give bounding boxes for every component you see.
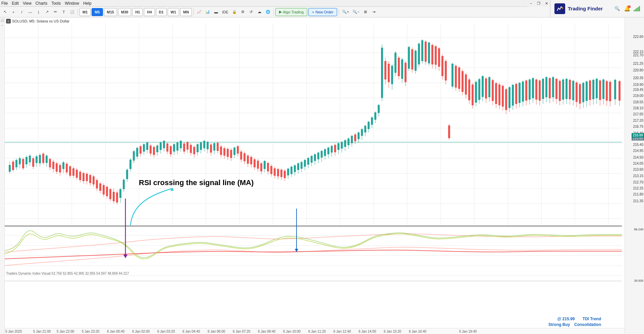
tf-m30[interactable]: M30	[118, 8, 131, 16]
svg-rect-229	[331, 146, 333, 153]
shapes-tool[interactable]: ⬜	[68, 8, 76, 16]
svg-rect-49	[29, 156, 31, 162]
menu-charts[interactable]: Charts	[36, 1, 47, 6]
menu-tools[interactable]: Tools	[51, 1, 61, 6]
svg-rect-283	[421, 40, 423, 61]
time-tick-10: 6 Jan 08:40	[258, 330, 275, 333]
svg-rect-205	[290, 167, 292, 174]
svg-rect-51	[32, 158, 34, 167]
globe-button[interactable]: 🌐	[264, 8, 272, 16]
horizontal-line-tool[interactable]: —	[26, 8, 34, 16]
svg-rect-225	[324, 149, 326, 156]
tf-mn[interactable]: MN	[180, 8, 192, 16]
price-tdi-top: 86.240	[634, 228, 643, 231]
svg-rect-375	[576, 82, 578, 102]
sep1	[77, 9, 78, 15]
zoom-in-button[interactable]: 🔍+	[341, 8, 350, 16]
refresh-button[interactable]: ↺	[248, 8, 255, 16]
svg-rect-227	[327, 148, 329, 154]
cloud-button[interactable]: ☁	[256, 8, 263, 16]
tf-h4[interactable]: H4	[144, 8, 155, 16]
tf-m1[interactable]: M1	[79, 8, 91, 16]
chart-type-bar[interactable]: ▬	[212, 8, 220, 16]
tf-d1[interactable]: D1	[156, 8, 167, 16]
svg-rect-87	[93, 176, 95, 184]
svg-rect-3	[5, 23, 622, 226]
close-button[interactable]: ✕	[543, 0, 550, 7]
price-218-10: 218.10	[633, 106, 643, 110]
price-212-25: 212.25	[633, 186, 643, 190]
new-order-icon: +	[312, 10, 314, 14]
sidebar-icon-2[interactable]: ↔	[0, 23, 4, 27]
svg-rect-321	[485, 78, 487, 99]
lock-button[interactable]: 🔒	[231, 8, 238, 16]
arrow-tool[interactable]: ↖	[1, 8, 9, 16]
svg-rect-47	[25, 157, 28, 164]
time-tick-6: 6 Jan 03:20	[157, 330, 175, 333]
tdi-strong-buy-line: Strong Buy Consolidation	[548, 321, 601, 327]
restore-button[interactable]: ❐	[535, 0, 542, 7]
price-219-00: 219.00	[633, 94, 643, 98]
svg-rect-307	[462, 71, 464, 92]
svg-rect-97	[109, 189, 111, 199]
menu-view[interactable]: View	[23, 1, 32, 6]
svg-rect-289	[431, 45, 433, 64]
algo-trading-button[interactable]: ▶ Algo Trading	[275, 8, 308, 16]
svg-rect-249	[364, 126, 366, 132]
chart-type-line[interactable]: 📈	[196, 8, 203, 16]
svg-rect-107	[126, 170, 128, 179]
text-tool[interactable]: T	[60, 8, 67, 16]
menu-window[interactable]: Window	[65, 1, 79, 6]
sidebar-icon-1[interactable]: ⬜	[0, 19, 4, 23]
svg-rect-265	[391, 66, 393, 84]
svg-rect-43	[19, 158, 21, 164]
tdi-trend-label: TDI Trend	[583, 317, 601, 321]
grid-button[interactable]: ⊞	[362, 8, 369, 16]
menu-help[interactable]: Help	[83, 1, 92, 6]
svg-rect-253	[371, 117, 373, 125]
chart-type-candle[interactable]: 📊	[204, 8, 211, 16]
line-tool[interactable]: /	[18, 8, 25, 16]
svg-rect-373	[572, 81, 574, 100]
svg-rect-45	[22, 159, 24, 168]
tf-h1[interactable]: H1	[132, 8, 143, 16]
tf-w1[interactable]: W1	[168, 8, 179, 16]
svg-rect-151	[200, 143, 202, 150]
vertical-line-tool[interactable]: |	[35, 8, 42, 16]
svg-rect-387	[596, 79, 598, 98]
auto-scroll-button[interactable]: ⇥	[370, 8, 378, 16]
svg-rect-145	[190, 145, 192, 153]
time-tick-7: 6 Jan 04:40	[182, 330, 200, 333]
svg-rect-365	[559, 81, 561, 101]
svg-rect-309	[465, 74, 467, 95]
crosshair-tool[interactable]: +	[10, 8, 17, 16]
ray-tool[interactable]: ↗	[43, 8, 51, 16]
tdi-consolidation: Consolidation	[574, 322, 601, 327]
svg-rect-39	[12, 162, 14, 170]
minimize-button[interactable]: −	[527, 0, 535, 7]
svg-rect-209	[297, 163, 299, 170]
svg-rect-295	[441, 56, 443, 76]
menu-edit[interactable]: Edit	[12, 1, 19, 6]
menu-file[interactable]: File	[1, 1, 8, 6]
notification-icon[interactable]: 🔔 1	[624, 5, 631, 12]
chart-container[interactable]: S SOLUSD, M5: Solana vs US Dollar Trader…	[5, 17, 625, 334]
svg-rect-363	[555, 79, 557, 99]
svg-rect-303	[455, 66, 457, 88]
tf-m5[interactable]: M5	[92, 8, 103, 16]
zoom-out-button[interactable]: 🔍−	[351, 8, 361, 16]
svg-rect-127	[160, 143, 162, 150]
ide-button[interactable]: IDE	[221, 8, 229, 16]
main-area: ⬜ ↔ S SOLUSD, M5: Solana vs US Dollar Tr…	[0, 17, 644, 334]
pencil-tool[interactable]: ✏	[52, 8, 59, 16]
price-218-55: 218.55	[633, 100, 643, 104]
new-order-button[interactable]: + New Order	[308, 8, 337, 16]
tf-m15[interactable]: M15	[104, 8, 117, 16]
svg-rect-61	[49, 159, 51, 167]
svg-rect-223	[321, 151, 323, 158]
price-221-25: 221.25	[633, 62, 643, 65]
settings-button[interactable]: ⚙	[239, 8, 247, 16]
search-icon[interactable]: 🔍	[613, 5, 621, 12]
time-tick-17: 6 Jan 19:40	[459, 330, 477, 333]
svg-rect-391	[602, 79, 604, 99]
